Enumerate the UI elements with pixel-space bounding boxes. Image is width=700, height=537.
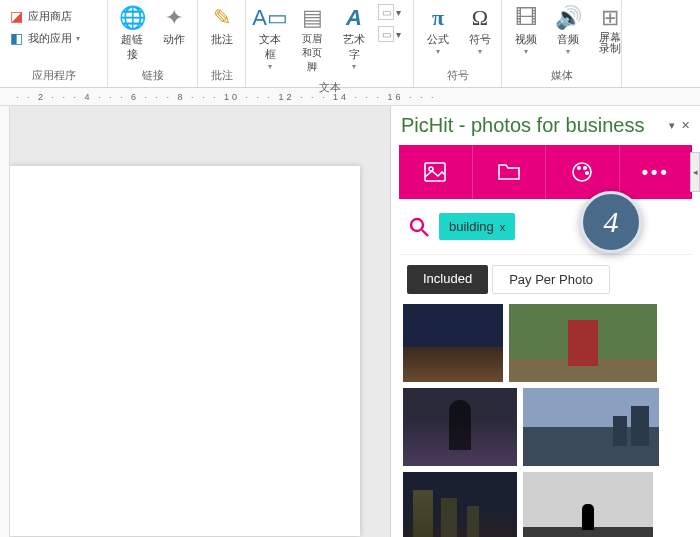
hyperlink-button[interactable]: 🌐 超链接 [112, 2, 152, 66]
group-label-symbols: 符号 [418, 66, 497, 85]
gallery-down-icon[interactable]: ▾ [396, 7, 408, 18]
gallery-item[interactable]: ▭ [378, 4, 394, 20]
my-apps-button[interactable]: ◧ 我的应用 ▾ [4, 28, 84, 48]
photo-thumb[interactable] [403, 304, 503, 382]
wordart-icon: A [346, 6, 362, 30]
ribbon-group-symbols: π 公式 ▾ Ω 符号 ▾ 符号 [414, 0, 502, 87]
equation-label: 公式 [427, 32, 449, 47]
svg-point-6 [411, 219, 423, 231]
headerfooter-button[interactable]: ▤ 页眉和页脚 [292, 2, 332, 78]
image-icon [424, 162, 446, 182]
ribbon: ◪ 应用商店 ◧ 我的应用 ▾ 应用程序 🌐 超链接 ✦ 动作 [0, 0, 700, 88]
folder-icon [498, 162, 520, 182]
main-area: PicHit - photos for business ▾ ✕ ••• [0, 106, 700, 537]
panel-close-icon[interactable]: ✕ [681, 119, 690, 132]
action-icon: ✦ [165, 6, 183, 30]
myapps-icon: ◧ [8, 30, 24, 46]
document-area [0, 106, 390, 537]
dropdown-icon: ▾ [436, 47, 440, 56]
action-button[interactable]: ✦ 动作 [154, 2, 194, 51]
screenrec-icon: ⊞ [601, 6, 619, 30]
audio-button[interactable]: 🔊 音频 ▾ [548, 2, 588, 60]
panel-body: ••• building x 4 Included Pay Per Photo [391, 145, 700, 537]
tab-included[interactable]: Included [407, 265, 488, 294]
dropdown-icon: ▾ [268, 62, 272, 71]
wordart-label: 艺术字 [340, 32, 368, 62]
panel-menu-icon[interactable]: ▾ [669, 119, 675, 132]
wordart-button[interactable]: A 艺术字 ▾ [334, 2, 374, 75]
my-apps-label: 我的应用 [28, 31, 72, 46]
svg-point-4 [584, 167, 587, 170]
ruler-marks: · · 2 · · · 4 · · · 6 · · · 8 · · · 10 ·… [16, 92, 437, 102]
annotate-icon: ✎ [213, 6, 231, 30]
ribbon-group-apps: ◪ 应用商店 ◧ 我的应用 ▾ 应用程序 [0, 0, 108, 87]
headerfooter-label: 页眉和页脚 [298, 32, 326, 74]
equation-button[interactable]: π 公式 ▾ [418, 2, 458, 60]
filter-tabs: Included Pay Per Photo [399, 255, 692, 304]
gallery-item[interactable]: ▭ [378, 26, 394, 42]
dropdown-icon: ▾ [566, 47, 570, 56]
group-label-comments: 批注 [202, 66, 241, 85]
ribbon-group-comments: ✎ 批注 批注 [198, 0, 246, 87]
tab-more[interactable]: ••• [620, 145, 693, 199]
action-label: 动作 [163, 32, 185, 47]
thumbnail-grid [399, 304, 692, 537]
photo-thumb[interactable] [403, 388, 517, 466]
textbox-label: 文本框 [256, 32, 284, 62]
more-icon: ••• [642, 162, 670, 183]
symbol-icon: Ω [472, 6, 488, 30]
tag-remove-icon[interactable]: x [500, 221, 506, 233]
audio-label: 音频 [557, 32, 579, 47]
pink-tabs: ••• [399, 145, 692, 199]
video-button[interactable]: 🎞 视频 ▾ [506, 2, 546, 60]
video-icon: 🎞 [515, 6, 537, 30]
photo-thumb[interactable] [509, 304, 657, 382]
screenrec-label: 屏幕录制 [599, 32, 621, 54]
store-icon: ◪ [8, 8, 24, 24]
photo-thumb[interactable] [403, 472, 517, 537]
group-label-apps: 应用程序 [4, 66, 103, 85]
dropdown-icon: ▾ [524, 47, 528, 56]
textbox-icon: A▭ [252, 6, 288, 30]
hyperlink-icon: 🌐 [119, 6, 146, 30]
search-icon[interactable] [409, 217, 429, 237]
panel-collapse-handle[interactable]: ◂ [690, 152, 700, 192]
svg-point-5 [586, 172, 589, 175]
annotate-button[interactable]: ✎ 批注 [202, 2, 242, 51]
textbox-button[interactable]: A▭ 文本框 ▾ [250, 2, 290, 75]
app-store-button[interactable]: ◪ 应用商店 [4, 6, 84, 26]
tab-folders[interactable] [473, 145, 547, 199]
step-badge: 4 [580, 191, 642, 253]
tab-images[interactable] [399, 145, 473, 199]
screenrec-button[interactable]: ⊞ 屏幕录制 [590, 2, 630, 58]
badge-number: 4 [604, 205, 619, 239]
text-gallery[interactable]: ▭ ▾ [376, 2, 410, 22]
search-tag[interactable]: building x [439, 213, 515, 240]
ribbon-group-text: A▭ 文本框 ▾ ▤ 页眉和页脚 A 艺术字 ▾ ▭ ▾ ▭ ▾ [246, 0, 414, 87]
search-row: building x 4 [399, 199, 692, 255]
text-gallery-2[interactable]: ▭ ▾ [376, 24, 410, 44]
group-label-media: 媒体 [506, 66, 617, 85]
equation-icon: π [432, 6, 444, 30]
hyperlink-label: 超链接 [118, 32, 146, 62]
photo-thumb[interactable] [523, 388, 659, 466]
dropdown-icon: ▾ [352, 62, 356, 71]
svg-line-7 [422, 230, 428, 236]
slide-page[interactable] [10, 166, 360, 536]
panel-title: PicHit - photos for business [401, 114, 644, 137]
app-store-label: 应用商店 [28, 9, 72, 24]
group-label-links: 链接 [112, 66, 193, 85]
search-tag-text: building [449, 219, 494, 234]
ribbon-group-links: 🌐 超链接 ✦ 动作 链接 [108, 0, 198, 87]
gallery-down-icon[interactable]: ▾ [396, 29, 408, 40]
symbol-button[interactable]: Ω 符号 ▾ [460, 2, 500, 60]
panel-header: PicHit - photos for business ▾ ✕ [391, 106, 700, 145]
ribbon-group-media: 🎞 视频 ▾ 🔊 音频 ▾ ⊞ 屏幕录制 媒体 [502, 0, 622, 87]
video-label: 视频 [515, 32, 537, 47]
symbol-label: 符号 [469, 32, 491, 47]
headerfooter-icon: ▤ [302, 6, 323, 30]
pichit-panel: PicHit - photos for business ▾ ✕ ••• [390, 106, 700, 537]
photo-thumb[interactable] [523, 472, 653, 537]
svg-point-3 [578, 167, 581, 170]
tab-payper[interactable]: Pay Per Photo [492, 265, 610, 294]
